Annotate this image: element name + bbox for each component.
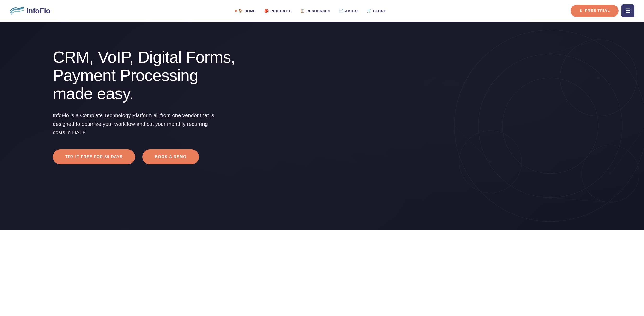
resources-icon: 📋 xyxy=(300,9,305,13)
try-free-button[interactable]: TRY IT FREE FOR 30 DAYS xyxy=(53,150,135,164)
about-icon: 📄 xyxy=(339,9,344,13)
free-trial-button[interactable]: ⬇ FREE TRIAL xyxy=(570,5,618,17)
nav-links: 🏠 HOME 🎒 PRODUCTS 📋 RESOURCES 📄 ABOUT xyxy=(235,9,386,13)
nav-item-home[interactable]: 🏠 HOME xyxy=(235,9,256,13)
brand-name: InfoFlo xyxy=(26,6,50,15)
hero-content: CRM, VoIP, Digital Forms, Payment Proces… xyxy=(53,48,240,164)
nav-store-label: STORE xyxy=(373,9,386,13)
hero-buttons: TRY IT FREE FOR 30 DAYS BOOK A DEMO xyxy=(53,150,240,164)
nav-about-label: ABOUT xyxy=(345,9,358,13)
hero-subtext: InfoFlo is a Complete Technology Platfor… xyxy=(53,111,221,137)
nav-products-label: PRODUCTS xyxy=(270,9,292,13)
home-dot-icon xyxy=(235,10,237,12)
hamburger-button[interactable]: ☰ xyxy=(622,4,634,17)
nav-item-products[interactable]: 🎒 PRODUCTS xyxy=(264,9,292,13)
book-demo-button[interactable]: BOOK A DEMO xyxy=(142,150,199,164)
download-icon: ⬇ xyxy=(579,9,582,13)
logo-icon xyxy=(10,6,24,15)
hero-headline: CRM, VoIP, Digital Forms, Payment Proces… xyxy=(53,48,240,103)
hamburger-icon: ☰ xyxy=(625,7,630,14)
navbar: InfoFlo 🏠 HOME 🎒 PRODUCTS 📋 RESOURCES 📄 xyxy=(0,0,644,21)
hero-section: CRM, VoIP, Digital Forms, Payment Proces… xyxy=(0,21,644,230)
logo[interactable]: InfoFlo xyxy=(10,6,50,15)
nav-home-label: HOME xyxy=(244,9,256,13)
nav-item-resources[interactable]: 📋 RESOURCES xyxy=(300,9,330,13)
home-icon: 🏠 xyxy=(238,9,243,13)
products-icon: 🎒 xyxy=(264,9,269,13)
nav-right: ⬇ FREE TRIAL ☰ xyxy=(570,4,634,17)
nav-item-store[interactable]: 🛒 STORE xyxy=(367,9,386,13)
free-trial-label: FREE TRIAL xyxy=(585,9,610,13)
store-icon: 🛒 xyxy=(367,9,372,13)
nav-resources-label: RESOURCES xyxy=(306,9,330,13)
nav-item-about[interactable]: 📄 ABOUT xyxy=(339,9,358,13)
